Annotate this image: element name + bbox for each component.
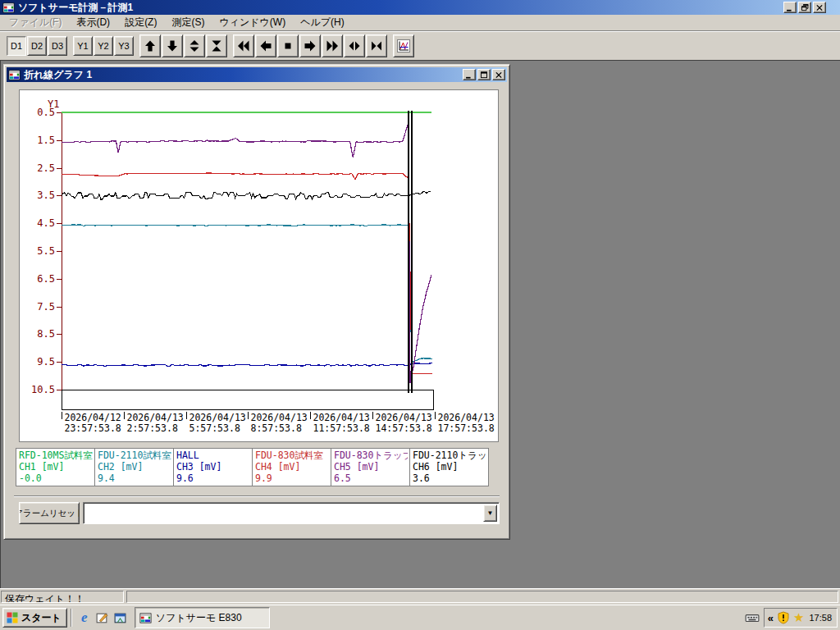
graph-minimize-button[interactable] (463, 69, 476, 80)
keyboard-icon[interactable] (743, 609, 761, 627)
system-tray: « ★ 17:58 (764, 608, 838, 628)
alarm-reset-button[interactable]: アラームリセット (19, 502, 80, 524)
y-tick-label: 9.5 (37, 356, 55, 368)
main-restore-button[interactable] (798, 2, 811, 13)
series-ch6 (62, 191, 431, 199)
start-button[interactable]: スタート (2, 608, 67, 628)
menu-help[interactable]: ヘルプ(H) (293, 14, 352, 32)
arrow-right-icon (304, 39, 317, 52)
line-chart-panel: Y10.51.52.53.54.55.56.57.58.59.510.52026… (19, 89, 499, 442)
channel-legend-strip: RFD-10MS試料室CH1 [mV]-0.0FDU-2110試料室CH2 [m… (16, 448, 489, 486)
app-icon (8, 69, 21, 81)
x-tick-time: 23:57:53.8 (65, 422, 121, 434)
toolbar-button-arrow-down[interactable] (162, 34, 183, 57)
menubar: ファイル(F)表示(D)設定(Z)測定(S)ウィンドウ(W)ヘルプ(H) (0, 15, 840, 30)
x-tick-date: 2026/04/13 (376, 412, 432, 423)
toolbar-button-d1[interactable]: D1 (7, 36, 26, 56)
quick-launch-icon[interactable] (112, 609, 130, 627)
menu-view[interactable]: 表示(D) (69, 14, 117, 32)
show-desktop-icon[interactable] (94, 609, 112, 627)
security-shield-icon[interactable] (777, 611, 790, 624)
y-tick-label: 6.5 (37, 273, 55, 285)
channel-value: 9.4 (98, 472, 171, 484)
toolbar-button-d2[interactable]: D2 (27, 36, 47, 56)
channel-unit: CH5 [mV] (334, 461, 408, 472)
task-button-label: ソフトサーモ E830 (156, 611, 242, 625)
alarm-combobox[interactable]: ▼ (83, 502, 500, 524)
toolbar-button-stop[interactable] (277, 34, 299, 57)
stop-icon (281, 39, 294, 52)
toolbar-group-1: D1D2D3 (7, 36, 67, 56)
y-tick-label: 7.5 (37, 301, 55, 313)
graph-window-titlebar[interactable]: 折れ線グラフ 1 (7, 67, 507, 82)
series-ch3 (62, 363, 432, 366)
y-tick-label: 1.5 (37, 135, 55, 146)
x-tick-time: 2:57:53.8 (127, 422, 178, 434)
start-button-label: スタート (21, 611, 62, 625)
mdi-client-area: 折れ線グラフ 1 Y10.51.52.53.54.55.56.57.58.59.… (0, 60, 840, 588)
statusbar: 保存ウェイト！！ (0, 588, 840, 605)
graph-close-button[interactable] (492, 69, 505, 80)
series-ch5 (62, 122, 431, 383)
channel-unit: CH1 [mV] (19, 461, 93, 472)
legend-channel-1: RFD-10MS試料室CH1 [mV]-0.0 (16, 448, 95, 486)
toolbar-group-5 (393, 34, 414, 57)
toolbar-button-expand-vertical[interactable] (184, 34, 205, 57)
toolbar-button-compress-horizontal[interactable] (366, 34, 387, 57)
separator-line (14, 495, 500, 497)
channel-value: 9.6 (176, 472, 250, 484)
arrow-left-icon (259, 39, 272, 52)
channel-unit: CH3 [mV] (176, 461, 250, 472)
channel-name: FDU-830試料室 (255, 450, 329, 461)
toolbar-button-double-right[interactable] (322, 34, 343, 57)
toolbar-button-d3[interactable]: D3 (48, 36, 67, 56)
menu-measure[interactable]: 測定(S) (164, 14, 212, 32)
toolbar-button-arrow-left[interactable] (255, 34, 276, 57)
toolbar-group-4 (233, 34, 387, 57)
main-minimize-button[interactable] (783, 2, 797, 13)
taskbar-clock: 17:58 (807, 613, 832, 623)
legend-channel-6: FDU-2110トラップCH6 [mV]3.6 (409, 448, 489, 486)
compress-horizontal-icon (370, 39, 383, 52)
app-icon (2, 2, 15, 14)
graph-maximize-button[interactable] (477, 69, 491, 80)
toolbar-button-expand-horizontal[interactable] (344, 34, 365, 57)
x-tick-time: 14:57:53.8 (376, 422, 432, 434)
tray-chevron-icon[interactable]: « (768, 612, 774, 624)
main-titlebar: ソフトサーモ計測－計測1 (0, 0, 840, 15)
toolbar-button-arrow-right[interactable] (299, 34, 321, 57)
internet-explorer-icon[interactable]: e (75, 609, 94, 627)
toolbar-button-arrow-up[interactable] (139, 34, 161, 57)
toolbar-button-chart[interactable] (393, 34, 414, 57)
toolbar-button-compress-vertical[interactable] (206, 34, 227, 57)
y-tick-label: 8.5 (37, 328, 55, 340)
main-close-button[interactable] (813, 2, 826, 13)
toolbar-button-y2[interactable]: Y2 (94, 36, 113, 56)
windows-logo-icon (6, 611, 19, 624)
toolbar-button-double-left[interactable] (233, 34, 254, 57)
star-icon[interactable]: ★ (793, 610, 804, 625)
arrow-down-icon (166, 39, 179, 52)
menu-settings[interactable]: 設定(Z) (117, 14, 164, 32)
menu-window[interactable]: ウィンドウ(W) (212, 14, 293, 32)
x-tick-date: 2026/04/13 (189, 412, 246, 423)
main-window-controls (783, 2, 826, 13)
combobox-dropdown-icon[interactable]: ▼ (483, 504, 497, 522)
menu-file[interactable]: ファイル(F) (2, 14, 69, 32)
desktop: ソフトサーモ計測－計測1 ファイル(F)表示(D)設定(Z)測定(S)ウィンドウ… (0, 0, 840, 630)
double-right-icon (326, 39, 339, 52)
legend-channel-5: FDU-830トラップCH5 [mV]6.5 (331, 448, 410, 486)
taskbar-task-softthermo[interactable]: ソフトサーモ E830 (135, 607, 270, 628)
x-tick-time: 17:57:53.8 (438, 422, 495, 434)
channel-unit: CH2 [mV] (98, 461, 171, 472)
channel-name: FDU-830トラップ (334, 450, 408, 461)
y-tick-label: 5.5 (37, 245, 55, 257)
line-chart: Y10.51.52.53.54.55.56.57.58.59.510.52026… (20, 90, 498, 441)
channel-name: RFD-10MS試料室 (19, 450, 93, 461)
toolbar-button-y1[interactable]: Y1 (73, 36, 93, 56)
channel-unit: CH4 [mV] (255, 461, 329, 472)
toolbar-button-y3[interactable]: Y3 (114, 36, 134, 56)
y-tick-label: 3.5 (37, 189, 55, 201)
alarm-combobox-value[interactable] (85, 504, 483, 522)
expand-horizontal-icon (348, 39, 361, 52)
